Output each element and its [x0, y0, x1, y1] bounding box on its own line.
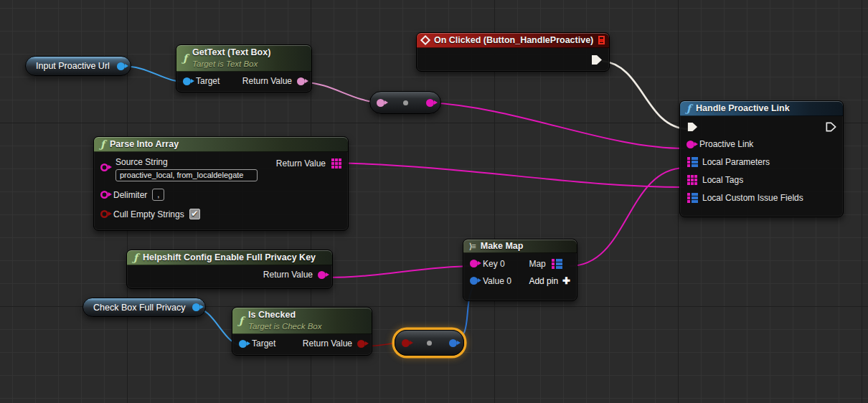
node-parse-into-array[interactable]: ƒ Parse Into Array Return Value Source S…	[93, 136, 349, 231]
node-header[interactable]: ƒ Is Checked Target is Check Box	[232, 308, 372, 334]
pin-label: Map	[529, 259, 545, 269]
node-subtitle: Target is Text Box	[192, 59, 270, 69]
target-input-pin[interactable]	[239, 340, 247, 348]
node-title: Is Checked	[248, 310, 321, 321]
string-output-pin[interactable]	[426, 99, 434, 107]
grid-major-line	[862, 0, 862, 403]
plus-icon: ✚	[562, 275, 570, 286]
pin-label: Source String	[115, 157, 341, 167]
string-input-pin[interactable]	[100, 163, 108, 171]
pin-label: Proactive Link	[699, 139, 753, 149]
string-input-pin[interactable]	[687, 141, 694, 148]
pin-label: Cull Empty Strings	[113, 209, 184, 219]
event-diamond-icon	[420, 35, 430, 45]
checkbox-checked[interactable]: ✔	[189, 209, 200, 219]
pin-label: Return Value	[263, 270, 313, 280]
pin-label: Local Parameters	[702, 157, 770, 167]
pin-label: Target	[252, 338, 275, 349]
conversion-dot-icon	[427, 341, 432, 346]
node-title: Make Map	[481, 241, 524, 251]
bool-input-pin[interactable]	[100, 210, 108, 218]
wire-array-to-local-tags[interactable]	[336, 163, 684, 187]
object-output-pin[interactable]	[192, 303, 200, 311]
map-input-pin[interactable]	[687, 192, 697, 203]
node-handle-proactive-link[interactable]: ƒ Handle Proactive Link Proactive Link L…	[679, 100, 844, 217]
node-is-checked[interactable]: ƒ Is Checked Target is Check Box Target …	[232, 307, 372, 356]
add-pin-label: Add pin	[529, 276, 558, 286]
conversion-dot-icon	[403, 100, 408, 105]
function-icon: ƒ	[687, 103, 691, 113]
object-output-pin[interactable]	[117, 62, 125, 70]
wire-map-to-local-parameters[interactable]	[570, 168, 684, 266]
conversion-node-text-to-string[interactable]	[369, 91, 441, 114]
node-title: On Clicked (Button_HandleProactive)	[434, 35, 593, 45]
node-title: Parse Into Array	[110, 139, 179, 149]
node-header[interactable]: ƒ Handle Proactive Link	[680, 101, 843, 116]
pin-label: Delimiter	[113, 190, 147, 200]
variable-label: Input Proactive Url	[36, 61, 110, 71]
target-input-pin[interactable]	[183, 77, 191, 85]
delimiter-field[interactable]: ,	[152, 189, 164, 201]
node-on-clicked[interactable]: On Clicked (Button_HandleProactive)	[416, 32, 610, 72]
bool-input-pin[interactable]	[402, 339, 410, 347]
function-icon: ƒ	[239, 316, 243, 326]
bool-output-pin[interactable]	[357, 340, 365, 348]
node-title: Helpshift Config Enable Full Privacy Key	[143, 252, 316, 262]
node-header[interactable]: ⟩≡ Make Map	[463, 240, 577, 253]
pin-label: Value 0	[483, 276, 511, 286]
pin-label: Key 0	[483, 259, 505, 269]
node-make-map[interactable]: ⟩≡ Make Map Key 0 Map Value 0 Add pin ✚	[463, 239, 577, 301]
variable-label: Check Box Full Privacy	[93, 303, 186, 313]
wire-string-to-proactive-link[interactable]	[430, 103, 684, 148]
function-icon: ƒ	[183, 53, 187, 63]
value-input-pin[interactable]	[470, 277, 478, 285]
exec-output-pin[interactable]	[825, 121, 836, 133]
grid-major-line	[678, 0, 679, 403]
variable-node-input-proactive-url[interactable]: Input Proactive Url	[25, 56, 131, 76]
source-string-field[interactable]: proactive_local, from_localdelegate	[115, 169, 258, 181]
output-pin[interactable]	[449, 339, 457, 347]
make-container-icon: ⟩≡	[469, 242, 476, 251]
blueprint-canvas[interactable]: Input Proactive Url ƒ GetText (Text Box)…	[0, 0, 868, 403]
node-helpshift-config-enable-full-privacy-key[interactable]: ƒ Helpshift Config Enable Full Privacy K…	[126, 250, 333, 289]
array-input-pin[interactable]	[687, 174, 697, 185]
node-title: GetText (Text Box)	[192, 47, 270, 59]
node-gettext[interactable]: ƒ GetText (Text Box) Target is Text Box …	[176, 44, 312, 93]
variable-node-check-box-full-privacy[interactable]: Check Box Full Privacy	[82, 298, 206, 317]
conversion-node-bool-selected[interactable]	[395, 330, 464, 356]
text-output-pin[interactable]	[297, 77, 305, 85]
node-header[interactable]: ƒ Helpshift Config Enable Full Privacy K…	[127, 250, 332, 265]
function-icon: ƒ	[133, 252, 138, 262]
map-output-pin[interactable]	[551, 258, 562, 269]
node-header[interactable]: ƒ Parse Into Array	[94, 137, 348, 152]
wire-exec[interactable]	[602, 61, 688, 129]
pin-label: Return Value	[303, 338, 352, 349]
node-subtitle: Target is Check Box	[248, 321, 321, 331]
key-input-pin[interactable]	[470, 260, 478, 267]
exec-output-pin[interactable]	[590, 54, 603, 66]
pin-label: Target	[196, 76, 220, 86]
exec-input-pin[interactable]	[687, 121, 698, 133]
pin-label: Return Value	[242, 76, 292, 86]
wire-key-to-make-map[interactable]	[322, 266, 472, 278]
string-input-pin[interactable]	[100, 191, 108, 199]
node-title: Handle Proactive Link	[696, 103, 790, 113]
node-header[interactable]: ƒ GetText (Text Box) Target is Text Box	[176, 45, 311, 72]
pin-label: Local Custom Issue Fields	[702, 193, 803, 203]
delegate-box-icon[interactable]	[598, 36, 605, 44]
add-pin-button[interactable]: Add pin ✚	[529, 275, 570, 286]
string-output-pin[interactable]	[318, 271, 326, 279]
map-input-pin[interactable]	[687, 156, 697, 167]
node-header[interactable]: On Clicked (Button_HandleProactive)	[417, 33, 609, 48]
text-input-pin[interactable]	[377, 99, 385, 107]
function-icon: ƒ	[100, 139, 105, 149]
pin-label: Local Tags	[702, 175, 743, 185]
